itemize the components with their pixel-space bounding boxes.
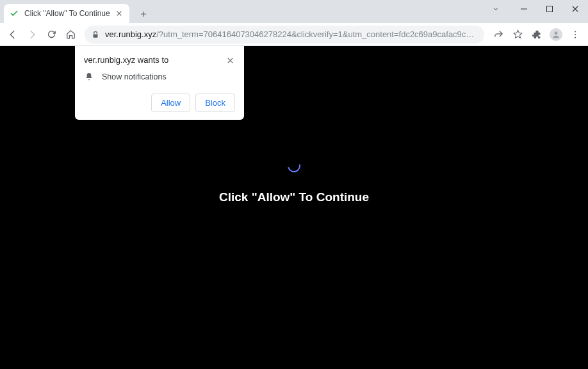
profile-button[interactable] [547,26,565,44]
bookmark-button[interactable] [509,26,527,44]
close-icon [571,5,579,13]
svg-rect-1 [94,34,98,37]
svg-point-2 [555,31,558,35]
address-bar[interactable]: ver.runbig.xyz/?utm_term=706416407304627… [85,26,484,44]
new-tab-button[interactable] [135,5,152,23]
maximize-icon [546,5,553,13]
tab-title: Click "Allow" To Continue [24,9,114,18]
checkmark-icon [9,8,19,19]
svg-rect-0 [547,6,553,12]
arrow-left-icon [7,29,19,40]
loading-spinner [285,157,302,174]
plus-icon [139,10,148,19]
tab-search-button[interactable] [483,0,509,18]
bell-icon [84,72,94,82]
extensions-button[interactable] [528,26,546,44]
svg-point-4 [575,33,576,35]
star-icon [512,29,523,40]
reload-button[interactable] [42,26,60,44]
browser-tab[interactable]: Click "Allow" To Continue [4,4,129,23]
kebab-icon [570,29,580,40]
puzzle-icon [532,29,543,40]
forward-button[interactable] [23,26,41,44]
page-content: ver.runbig.xyz wants to Show notificatio… [0,46,588,369]
back-button[interactable] [4,26,22,44]
permission-block-button[interactable]: Block [195,94,235,112]
minimize-icon [520,5,528,13]
share-icon [493,29,504,40]
permission-prompt: ver.runbig.xyz wants to Show notificatio… [75,46,244,120]
svg-point-5 [575,37,576,38]
chevron-down-icon [492,5,500,13]
url-path: /?utm_term=7064164073046278224&clickveri… [156,29,478,39]
window-close-button[interactable] [562,0,588,18]
permission-allow-button[interactable]: Allow [151,94,190,112]
lock-icon [91,30,100,39]
share-button[interactable] [489,26,507,44]
home-button[interactable] [61,26,79,44]
reload-icon [46,29,57,40]
window-minimize-button[interactable] [511,0,537,18]
home-icon [65,29,76,40]
permission-close-button[interactable] [225,55,235,65]
permission-capability-text: Show notifications [102,72,167,81]
window-maximize-button[interactable] [537,0,562,18]
close-icon [227,57,234,64]
permission-origin-text: ver.runbig.xyz wants to [84,55,168,65]
tab-close-button[interactable] [114,8,124,19]
page-message: Click "Allow" To Continue [219,190,369,204]
url-host: ver.runbig.xyz [105,29,156,39]
close-icon [116,10,122,17]
menu-button[interactable] [566,26,584,44]
browser-toolbar: ver.runbig.xyz/?utm_term=706416407304627… [0,23,588,46]
svg-point-3 [575,31,576,32]
avatar-icon [550,28,562,41]
arrow-right-icon [26,29,38,40]
